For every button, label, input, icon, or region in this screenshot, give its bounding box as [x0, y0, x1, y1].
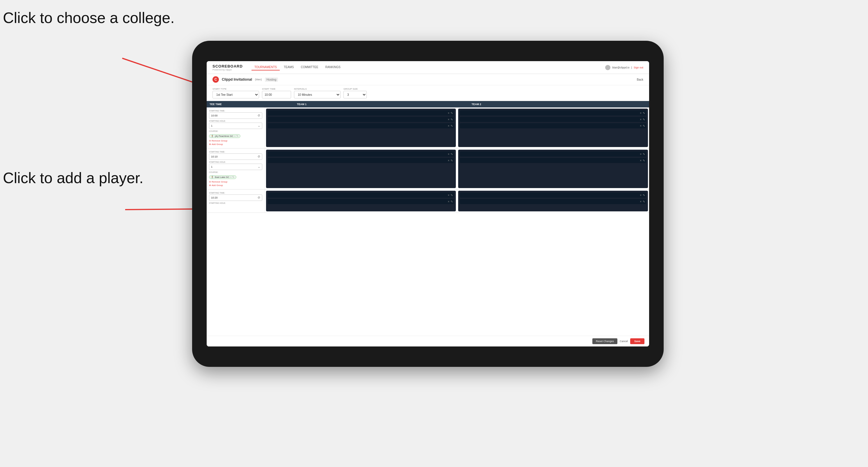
nav-links: TOURNAMENTS TEAMS COMMITTEE RANKINGS: [251, 64, 606, 70]
starting-time-field-2[interactable]: 10:10 ⏱: [209, 153, 262, 160]
player-slot-5-1[interactable]: × ✎: [268, 192, 454, 198]
nav-tournaments[interactable]: TOURNAMENTS: [251, 64, 280, 70]
player-edit-btn-3-1[interactable]: ✎: [451, 153, 453, 156]
back-button[interactable]: Back: [637, 78, 643, 81]
starting-time-field-1[interactable]: 10:00 ⏱: [209, 113, 262, 119]
player-x-btn-6-2[interactable]: ×: [640, 200, 642, 203]
group-row-3: STARTING TIME: 10:20 ⏱ STARTING HOLE: × …: [207, 190, 649, 213]
intervals-group: Intervals 10 Minutes 8 Minutes 12 Minute…: [294, 88, 341, 98]
player-x-btn-3-1[interactable]: ×: [448, 153, 450, 156]
player-slot-1-3[interactable]: × ✎: [268, 123, 454, 128]
sign-out-link[interactable]: Sign out: [634, 66, 643, 69]
player-edit-btn-6-2[interactable]: ✎: [643, 200, 645, 203]
starting-hole-value-1: 1: [211, 124, 213, 127]
intervals-label: Intervals: [294, 88, 341, 90]
tournament-title: Clippd Invitational: [222, 77, 252, 82]
player-edit-btn-5-2[interactable]: ✎: [451, 200, 453, 203]
brand: SCOREBOARD Powered by clippd: [213, 64, 243, 71]
player-edit-btn-3-2[interactable]: ✎: [451, 159, 453, 162]
group-size-select[interactable]: 3 4 2: [343, 91, 367, 98]
group-row-2: STARTING TIME: 10:10 ⏱ STARTING HOLE: 1 …: [207, 149, 649, 190]
start-time-group: Start Time: [262, 88, 291, 98]
starting-hole-field-2[interactable]: 1 ⌄: [209, 164, 262, 170]
starting-time-label-2: STARTING TIME:: [209, 151, 262, 153]
nav-committee[interactable]: COMMITTEE: [298, 64, 321, 70]
player-edit-btn-4-1[interactable]: ✎: [643, 153, 645, 156]
player-edit-btn-5-1[interactable]: ✎: [451, 194, 453, 197]
course-remove-1[interactable]: ×: [234, 135, 236, 137]
player-slot-6-2[interactable]: × ✎: [460, 199, 646, 204]
add-group-btn-1[interactable]: ⊕ Add Group: [209, 143, 262, 146]
player-x-btn-1-3[interactable]: ×: [448, 124, 450, 127]
remove-group-btn-2[interactable]: ⊖ Remove Group: [209, 180, 262, 183]
tee-time-cell-3: STARTING TIME: 10:20 ⏱ STARTING HOLE:: [207, 190, 265, 213]
player-x-btn-6-1[interactable]: ×: [640, 194, 642, 197]
nav-right: blair@clippd.io | Sign out: [605, 65, 643, 70]
player-slot-1-2[interactable]: × ✎: [268, 117, 454, 122]
starting-time-value-3: 10:20: [211, 196, 218, 199]
player-edit-btn-1-1[interactable]: ✎: [451, 112, 453, 115]
player-slot-3-2[interactable]: × ✎: [268, 158, 454, 163]
player-edit-btn-2-3[interactable]: ✎: [643, 124, 645, 127]
player-x-btn-1-1[interactable]: ×: [448, 112, 450, 115]
player-edit-btn-1-2[interactable]: ✎: [451, 118, 453, 121]
remove-group-btn-1[interactable]: ⊖ Remove Group: [209, 139, 262, 143]
team2-cell-2: × ✎ × ✎: [458, 150, 648, 188]
player-slot-6-1[interactable]: × ✎: [460, 192, 646, 198]
course-value-2: East Lake GC: [215, 176, 229, 179]
player-slot-4-1[interactable]: × ✎: [460, 151, 646, 157]
save-button[interactable]: Save: [630, 338, 645, 344]
player-x-btn-2-3[interactable]: ×: [640, 124, 642, 127]
header-tee-time: Tee Time: [210, 103, 297, 106]
starting-time-field-3[interactable]: 10:20 ⏱: [209, 194, 262, 201]
cancel-button[interactable]: Cancel: [620, 340, 628, 343]
intervals-select[interactable]: 10 Minutes 8 Minutes 12 Minutes: [294, 91, 341, 98]
player-x-btn-4-2[interactable]: ×: [640, 159, 642, 162]
add-group-btn-2[interactable]: ⊕ Add Group: [209, 184, 262, 187]
player-slot-3-1[interactable]: × ✎: [268, 151, 454, 157]
add-label-1: Add Group: [212, 143, 223, 146]
course-edit-1[interactable]: ✎: [236, 135, 238, 137]
hosting-badge: Hosting: [265, 77, 278, 82]
start-time-input[interactable]: [262, 91, 291, 98]
header-team2: Team 2: [471, 103, 646, 106]
annotation-college-text: Click to choose a college.: [3, 9, 175, 26]
player-edit-btn-1-3[interactable]: ✎: [451, 124, 453, 127]
start-type-select[interactable]: 1st Tee Start Shotgun Start: [213, 91, 259, 98]
starting-hole-label-1: STARTING HOLE:: [209, 120, 262, 122]
player-slot-2-2[interactable]: × ✎: [460, 117, 646, 122]
course-icon-1: 🏌: [211, 135, 214, 137]
player-slot-2-3[interactable]: × ✎: [460, 123, 646, 128]
player-x-btn-5-1[interactable]: ×: [448, 194, 450, 197]
player-slot-2-1[interactable]: × ✎: [460, 110, 646, 116]
course-tag-2[interactable]: 🏌 East Lake GC × ✎: [209, 175, 236, 179]
player-edit-btn-2-2[interactable]: ✎: [643, 118, 645, 121]
nav-rankings[interactable]: RANKINGS: [322, 64, 343, 70]
player-slot-1-1[interactable]: × ✎: [268, 110, 454, 116]
group-row-1: STARTING TIME: 10:00 ⏱ STARTING HOLE: 1 …: [207, 107, 649, 149]
course-edit-2[interactable]: ✎: [232, 176, 234, 179]
clock-icon-1: ⏱: [258, 114, 260, 117]
start-type-group: Start Type 1st Tee Start Shotgun Start: [213, 88, 259, 98]
course-remove-2[interactable]: ×: [230, 176, 232, 179]
reset-button[interactable]: Reset Changes: [592, 338, 617, 344]
player-slot-4-2[interactable]: × ✎: [460, 158, 646, 163]
team1-cell-1: × ✎ × ✎ × ✎: [266, 108, 456, 147]
player-x-btn-1-2[interactable]: ×: [448, 118, 450, 121]
user-avatar: [605, 65, 610, 70]
player-x-btn-2-1[interactable]: ×: [640, 112, 642, 115]
player-slot-5-2[interactable]: × ✎: [268, 199, 454, 204]
nav-teams[interactable]: TEAMS: [281, 64, 297, 70]
starting-hole-field-1[interactable]: 1 ⌄: [209, 123, 262, 129]
player-x-btn-5-2[interactable]: ×: [448, 200, 450, 203]
starting-hole-label-3: STARTING HOLE:: [209, 202, 262, 204]
player-x-btn-2-2[interactable]: ×: [640, 118, 642, 121]
course-label-2: COURSE:: [209, 171, 262, 173]
player-x-btn-3-2[interactable]: ×: [448, 159, 450, 162]
player-edit-btn-4-2[interactable]: ✎: [643, 159, 645, 162]
player-edit-btn-2-1[interactable]: ✎: [643, 112, 645, 115]
course-tag-1[interactable]: 🏌 (A) Peachtree GC × ✎: [209, 134, 241, 138]
player-x-btn-4-1[interactable]: ×: [640, 153, 642, 156]
player-edit-btn-6-1[interactable]: ✎: [643, 194, 645, 197]
tablet-frame: SCOREBOARD Powered by clippd TOURNAMENTS…: [192, 41, 664, 367]
